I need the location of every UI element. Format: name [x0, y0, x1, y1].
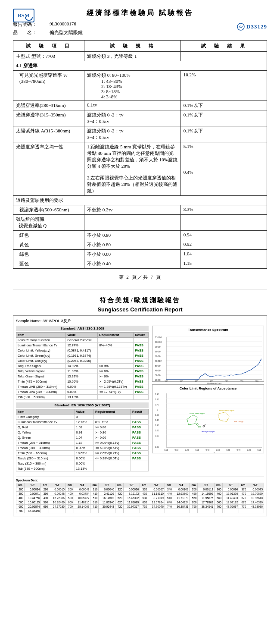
stamp-container: D33129	[237, 23, 267, 31]
result-cell: 10.2%	[180, 71, 267, 101]
item-cell: 視譜穿透率(500~650nm)	[13, 205, 84, 215]
table-row: Luminous Transmittance Tv12.76%8%~19%PAS…	[16, 420, 149, 425]
cert-subtitle: Sunglasses Certification Report	[13, 306, 267, 313]
test-results-table: 試 驗 項 目 試 驗 規 格 試 驗 結 果 主型式 型號：7703 濾鏡分類…	[13, 40, 267, 269]
en-std-header: Standard: EN 1836:2005 (A1:2007)	[16, 402, 149, 408]
ansi-table: Item Value Requirement Result Lens Prima…	[16, 332, 149, 400]
item-cell: 綠色	[13, 250, 84, 259]
item-cell: 主型式 型號：7703	[13, 52, 84, 61]
page-container: BSM 經濟部標準檢驗局 試驗報告 報告號碼：9L300000176 品 名：偏…	[0, 0, 280, 525]
table-row: 視譜穿透率(500~650nm) 不低於 0.2τv 8.3%	[13, 205, 267, 215]
cert-right: Transmittance Spectrum 110.00 100.00 90.…	[152, 326, 264, 474]
item-cell: 藍色	[13, 259, 84, 269]
svg-text:0.10: 0.10	[175, 449, 179, 451]
table-row: 主型式 型號：7703 濾鏡分類 3，光學等級 1	[13, 52, 267, 61]
item-cell: 可見光光照度穿透率 τv(380~780nm)	[13, 71, 84, 101]
svg-text:Ie: Ie	[205, 424, 206, 426]
table-row: 2800.00034 2900.00015 3000.00043 3100.00…	[16, 487, 264, 492]
col-header-spec: 試 驗 規 格	[84, 41, 180, 52]
col-header-result: 試 驗 結 果	[180, 41, 267, 52]
table-row: 68020.06874 69024.37285 70028.14067 7103…	[16, 505, 264, 509]
en-col-req: Requirement	[93, 409, 131, 415]
svg-text:D65: D65	[198, 426, 202, 428]
table-row: Tmean UVA (315 ~ 380nm)0.00%<= 12.74%(Tv…	[16, 390, 149, 395]
table-row: Tsb (380 ~ 500nm)13.13%	[16, 466, 149, 471]
color-limit-svg: 0.90 0.80 0.70 y 0.50 0.40 0.30 0.20 0.1…	[154, 391, 262, 454]
result-cell: 0.94	[180, 231, 267, 240]
spectrum-table: nm%T nm%T nm%T nm%T nm%T nm%T nm%T nm%T …	[16, 483, 264, 513]
svg-text:0.40: 0.40	[206, 449, 210, 451]
table-row: Q, Red1.02>= 0.80PASS	[16, 425, 149, 430]
svg-text:x: x	[214, 452, 215, 454]
table-row: Talg, Red Signal14.92%>= 8%PASS	[16, 364, 149, 369]
item-cell: 號誌燈的辨識 視覺衰減值 Q	[13, 215, 84, 231]
item-cell: 紅色	[13, 231, 84, 240]
svg-text:30.00: 30.00	[155, 374, 161, 377]
svg-text:%T: %T	[159, 360, 162, 362]
table-row: 綠色 不小於 0.60 1.04	[13, 250, 267, 259]
table-row: 48010.44756 49016.22386 50016.05727 5101…	[16, 496, 264, 500]
svg-text:400: 400	[195, 380, 198, 383]
ansi-col-req: Requirement	[98, 333, 134, 338]
spec-cell: 不小於 0.80	[84, 240, 180, 250]
main-title: 經濟部標準檢驗局 試驗報告	[87, 9, 193, 18]
result-cell: 1.15	[180, 259, 267, 269]
result-cell	[180, 215, 267, 231]
result-cell	[180, 52, 267, 61]
svg-text:500: 500	[225, 380, 228, 383]
transmittance-chart: Transmittance Spectrum 110.00 100.00 90.…	[152, 326, 264, 382]
col-header-item: 試 驗 項 目	[13, 41, 84, 52]
table-row: Tsb (380 ~ 500nm)13.13%	[16, 395, 149, 400]
table-row: Tsuv (315 ~ 380nm)0.00%	[16, 461, 149, 466]
svg-text:0.50: 0.50	[216, 449, 220, 451]
table-row: 黃色 不小於 0.80 0.92	[13, 240, 267, 250]
table-row: 3800.00071 3900.00248 4000.03754 4102.41…	[16, 492, 264, 496]
header: BSM 經濟部標準檢驗局 試驗報告	[13, 9, 267, 18]
table-row: 紅色 不小於 0.80 0.94	[13, 231, 267, 240]
spec-cell	[84, 215, 180, 231]
table-row: Talg, Yellow Signal11.93%>= 6%PASS	[16, 369, 149, 374]
svg-text:0.30: 0.30	[155, 424, 159, 427]
table-row: 可見光光照度穿透率 τv(380~780nm) 濾鏡分類 0: 80~100% …	[13, 71, 267, 101]
en-col-item: Item	[16, 409, 75, 415]
table-row: 光譜穿透率(280~315nm) 0.1τv 0.1%以下	[13, 101, 267, 110]
bsmi-logo: BSM	[13, 9, 37, 26]
spec-cell: 0.1τv	[84, 101, 180, 110]
svg-text:0.30: 0.30	[196, 449, 199, 451]
svg-text:300: 300	[165, 380, 168, 383]
spec-cell: 1.距離濾鏡邊緣 5 mm 寬帶以外，在環鏡參考點 40 mm 直徑的圓內之任意…	[84, 142, 180, 196]
result-cell: 8.3%	[180, 205, 267, 215]
table-row: Tmean UVB (280 ~ 315nm)0.00%<= 1.69%(0.1…	[16, 384, 149, 390]
section-header-cell: 道路及駕駛使用的要求	[13, 196, 267, 205]
result-cell: 0.92	[180, 240, 267, 250]
result-cell: 0.1%以下	[180, 126, 267, 142]
spec-cell: 濾鏡分類 0~2：τv 3~4：0.5τv	[84, 110, 180, 126]
table-row: 光照度穿透率之均一性 1.距離濾鏡邊緣 5 mm 寬帶以外，在環鏡參考點 40 …	[13, 142, 267, 196]
svg-text:0.50: 0.50	[155, 414, 159, 416]
svg-text:350: 350	[180, 380, 183, 383]
svg-point-0	[237, 23, 244, 30]
result-cell: 1.04	[180, 250, 267, 259]
cert-two-col: Standard: ANSI Z80.3:2008 Item Value Req…	[16, 326, 264, 474]
item-cell: 光照度穿透率之均一性	[13, 142, 84, 196]
svg-text:110.00: 110.00	[155, 336, 162, 339]
ansi-std-header: Standard: ANSI Z80.3:2008	[16, 326, 149, 331]
item-cell: 光譜穿透率(280~315nm)	[13, 101, 84, 110]
table-row: 58010.66115 59010.92406 60011.48215 6101…	[16, 500, 264, 505]
page-number: 第 2 頁／共 7 頁	[13, 274, 267, 280]
svg-text:0.60: 0.60	[227, 449, 230, 451]
svg-text:Green Traffic Signal: Green Traffic Signal	[190, 412, 205, 415]
svg-text:Average Daylight: Average Daylight	[202, 430, 215, 433]
table-row: Color Limit, Yellow(x,y)(0.5871, 0.4117)…	[16, 348, 149, 353]
result-cell: 5.1%0.4%	[180, 142, 267, 196]
spec-cell: 不低於 0.2τv	[84, 205, 180, 215]
svg-text:0.70: 0.70	[237, 449, 241, 451]
table-row: Tmin (500 ~ 650nm)10.65%>= 2.65%(0.2Tv)P…	[16, 451, 149, 456]
spec-cell: 不小於 0.40	[84, 259, 180, 269]
item-cell: 黃色	[13, 240, 84, 250]
en-col-result: Result	[131, 409, 149, 415]
ansi-col-result: Result	[134, 333, 149, 338]
logo-arc	[25, 17, 33, 21]
svg-text:Yellow Traffic Signal: Yellow Traffic Signal	[219, 409, 234, 412]
svg-text:0.80: 0.80	[247, 449, 251, 451]
